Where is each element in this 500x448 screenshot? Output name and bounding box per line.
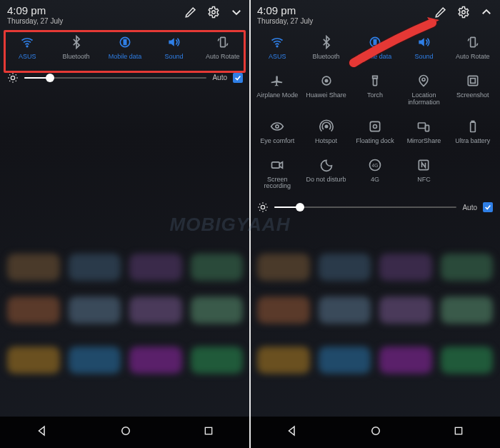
gear-icon[interactable]	[207, 6, 220, 19]
dnd-icon	[319, 158, 334, 172]
tile-label: NFC	[417, 176, 431, 184]
wallpaper-dimmed	[250, 214, 500, 417]
status-date: Thursday, 27 July	[257, 17, 313, 25]
ultra-icon	[466, 119, 480, 134]
tile-eye[interactable]: Eye comfort	[253, 119, 301, 145]
tile-dnd[interactable]: Do not disturb	[301, 158, 350, 191]
tile-label: Bluetooth	[63, 54, 90, 61]
tile-label: Sound	[414, 54, 433, 61]
tile-label: Huawei Share	[306, 92, 346, 99]
tile-location[interactable]: Location information	[399, 74, 448, 106]
tile-label: Screenshot	[456, 92, 489, 99]
4g-icon: 4G	[368, 158, 382, 172]
svg-point-35	[372, 427, 380, 435]
recent-icon[interactable]	[453, 425, 464, 439]
torch-icon	[368, 74, 382, 88]
tile-airplane[interactable]: Airplane Mode	[253, 74, 301, 106]
tile-4g[interactable]: 4G4G	[351, 158, 399, 191]
data-icon	[118, 35, 132, 49]
tile-torch[interactable]: Torch	[351, 74, 399, 106]
tile-nfc[interactable]: NFC	[399, 158, 448, 191]
back-icon[interactable]	[286, 424, 299, 440]
tile-wifi[interactable]: ASUS	[3, 35, 51, 61]
status-date: Thursday, 27 July	[7, 17, 63, 25]
auto-brightness-checkbox[interactable]	[233, 73, 243, 83]
tile-wifi[interactable]: ASUS	[253, 35, 301, 61]
nfc-icon	[416, 158, 431, 172]
svg-text:4G: 4G	[372, 162, 379, 167]
tile-data[interactable]: Mobile data	[101, 35, 149, 61]
location-icon	[416, 74, 431, 88]
auto-brightness-label: Auto	[212, 74, 227, 81]
svg-rect-26	[426, 125, 429, 131]
svg-rect-25	[419, 123, 426, 129]
svg-point-0	[212, 11, 216, 14]
brightness-slider[interactable]	[274, 206, 456, 208]
dock-icon	[368, 119, 382, 134]
auto-brightness-label: Auto	[462, 204, 477, 211]
auto-brightness-checkbox[interactable]	[483, 202, 493, 212]
mirror-icon	[416, 119, 431, 134]
svg-point-18	[422, 78, 425, 81]
tile-sound[interactable]: Sound	[149, 35, 198, 61]
tile-hwshare[interactable]: Huawei Share	[301, 74, 350, 106]
status-time: 4:09 pm	[257, 4, 313, 16]
nav-bar	[250, 417, 500, 448]
rotate-icon	[216, 35, 230, 49]
chevron-up-icon[interactable]	[480, 6, 493, 19]
recent-icon[interactable]	[203, 425, 214, 439]
tile-label: ASUS	[269, 54, 286, 61]
brightness-slider[interactable]	[24, 77, 206, 79]
quick-tiles: ASUSBluetoothMobile dataSoundAuto Rotate	[0, 28, 250, 66]
edit-icon[interactable]	[434, 6, 447, 19]
sound-icon	[166, 35, 181, 49]
svg-rect-28	[471, 121, 474, 122]
tile-label: Mobile data	[359, 54, 392, 61]
hwshare-icon	[319, 74, 334, 88]
tile-rotate[interactable]: Auto Rotate	[199, 35, 247, 61]
back-icon[interactable]	[36, 424, 49, 440]
svg-point-24	[373, 124, 376, 128]
tile-dock[interactable]: Floating dock	[351, 119, 399, 145]
chevron-down-icon[interactable]	[230, 6, 243, 19]
svg-point-1	[26, 46, 28, 47]
edit-icon[interactable]	[184, 6, 197, 19]
svg-marker-7	[39, 427, 44, 435]
brightness-icon	[7, 72, 19, 84]
tile-ultra[interactable]: Ultra battery	[449, 119, 497, 145]
tile-label: ASUS	[19, 54, 36, 61]
tile-rotate[interactable]: Auto Rotate	[449, 35, 497, 61]
tile-label: Auto Rotate	[456, 54, 490, 61]
eye-icon	[270, 119, 284, 134]
tile-record[interactable]: Screen recording	[253, 158, 301, 191]
tile-label: Ultra battery	[455, 138, 490, 145]
svg-rect-27	[470, 122, 475, 131]
sound-icon	[416, 35, 431, 49]
status-actions	[434, 4, 493, 19]
svg-point-33	[261, 206, 264, 209]
tile-label: Airplane Mode	[256, 92, 298, 99]
tile-mirror[interactable]: MirrorShare	[399, 119, 448, 145]
home-icon[interactable]	[369, 424, 382, 440]
tile-sound[interactable]: Sound	[399, 35, 448, 61]
tile-bt[interactable]: Bluetooth	[51, 35, 100, 61]
svg-point-16	[325, 79, 327, 81]
nav-bar	[0, 417, 250, 448]
home-icon[interactable]	[119, 424, 132, 440]
gear-icon[interactable]	[457, 6, 470, 19]
svg-point-10	[462, 11, 466, 14]
tile-hotspot[interactable]: Hotspot	[301, 119, 350, 145]
tile-data[interactable]: Mobile data	[351, 35, 399, 61]
status-actions	[184, 4, 243, 19]
tile-label: Screen recording	[253, 176, 301, 191]
svg-rect-36	[456, 427, 462, 434]
data-icon	[368, 35, 382, 49]
status-left: 4:09 pm Thursday, 27 July	[7, 4, 63, 25]
tile-label: Sound	[164, 54, 183, 61]
tile-sshot[interactable]: Screenshot	[449, 74, 497, 106]
tile-label: Location information	[399, 92, 448, 106]
wifi-icon	[270, 35, 284, 49]
tile-bt[interactable]: Bluetooth	[301, 35, 350, 61]
tile-label: Auto Rotate	[206, 54, 240, 61]
quick-tiles-expanded: ASUSBluetoothMobile dataSoundAuto Rotate…	[250, 28, 500, 196]
